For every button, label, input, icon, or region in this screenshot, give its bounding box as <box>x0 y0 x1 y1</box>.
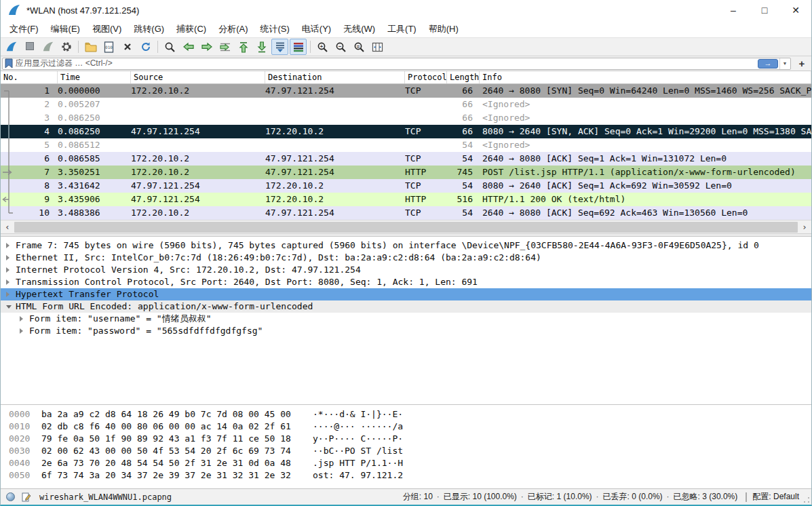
packet-row-7[interactable]: 73.350251172.20.10.247.97.121.254HTTP745… <box>1 166 811 179</box>
next-packet-button[interactable] <box>198 39 215 55</box>
menu-item-5[interactable]: 分析(A) <box>212 21 254 37</box>
previous-packet-button[interactable] <box>180 39 197 55</box>
packet-row-5[interactable]: 50.08651254<Ignored> <box>1 138 811 152</box>
cell-info: <Ignored> <box>480 98 811 111</box>
detail-line-0[interactable]: Frame 7: 745 bytes on wire (5960 bits), … <box>1 239 811 252</box>
hex-row-0040[interactable]: 00402e 6a 73 70 20 48 54 54 50 2f 31 2e … <box>1 457 811 469</box>
menu-item-8[interactable]: 无线(W) <box>337 21 381 37</box>
packet-row-8[interactable]: 83.43164247.97.121.254172.20.10.2TCP5480… <box>1 179 811 193</box>
hex-row-0010[interactable]: 001002 db c8 f6 40 00 80 06 00 00 ac 14 … <box>1 421 811 433</box>
packet-row-4[interactable]: 40.08625047.97.121.254172.20.10.2TCP6680… <box>1 125 811 138</box>
capture-filename: wireshark_WLAN4WWNU1.pcapng <box>39 492 172 502</box>
detail-line-3[interactable]: Transmission Control Protocol, Src Port:… <box>1 276 811 288</box>
chevron-right-icon[interactable] <box>20 328 26 334</box>
resize-columns-button[interactable] <box>369 39 386 55</box>
filter-apply-button[interactable]: → <box>758 59 778 69</box>
restart-capture-button[interactable] <box>39 39 56 55</box>
expert-info-icon[interactable] <box>6 492 15 501</box>
cell-source: 47.97.121.254 <box>131 193 265 206</box>
auto-scroll-button[interactable] <box>271 39 288 55</box>
menu-item-7[interactable]: 电话(Y) <box>296 21 337 37</box>
chevron-right-icon[interactable] <box>6 255 13 260</box>
hscroll-thumb[interactable] <box>14 222 798 233</box>
first-packet-button[interactable] <box>235 39 252 55</box>
minimize-button[interactable]: – <box>718 0 749 20</box>
detail-line-1[interactable]: Ethernet II, Src: IntelCor_b0:7c:7d (18:… <box>1 252 811 264</box>
close-file-button[interactable] <box>119 39 136 55</box>
capture-options-icon <box>60 41 73 53</box>
restart-capture-icon <box>42 41 54 53</box>
hscroll-right-arrow[interactable]: › <box>798 222 811 233</box>
stop-capture-button[interactable] <box>21 39 38 55</box>
menu-item-9[interactable]: 工具(T) <box>381 21 423 37</box>
filter-dropdown-button[interactable]: ▼ <box>779 58 790 69</box>
next-packet-icon <box>201 42 213 52</box>
goto-packet-button[interactable] <box>216 39 233 55</box>
colorize-button[interactable] <box>290 39 307 55</box>
cell-info: POST /list.jsp HTTP/1.1 (application/x-w… <box>480 166 811 179</box>
capture-options-button[interactable] <box>58 39 75 55</box>
packet-row-9[interactable]: 93.43590647.97.121.254172.20.10.2HTTP516… <box>1 193 811 206</box>
menu-item-10[interactable]: 帮助(H) <box>423 21 465 37</box>
hex-row-0000[interactable]: 0000ba 2a a9 c2 d8 64 18 26 49 b0 7c 7d … <box>1 408 811 421</box>
packet-row-3[interactable]: 30.08625066<Ignored> <box>1 111 811 125</box>
packet-row-10[interactable]: 103.488386172.20.10.247.97.121.254TCP542… <box>1 206 811 220</box>
detail-line-6[interactable]: Form item: "username" = "情绪员叔叔" <box>1 313 811 325</box>
resize-grip[interactable] <box>803 497 810 503</box>
detail-line-5[interactable]: HTML Form URL Encoded: application/x-www… <box>1 300 811 313</box>
last-packet-button[interactable] <box>253 39 270 55</box>
packet-list-hscrollbar[interactable]: ‹ › <box>1 220 811 233</box>
column-header-time[interactable]: Time <box>58 71 131 83</box>
zoom-in-button[interactable]: + <box>314 39 331 55</box>
hex-row-0020[interactable]: 002079 fe 0a 50 1f 90 89 92 43 a1 f3 7f … <box>1 433 811 445</box>
packet-row-6[interactable]: 60.086585172.20.10.247.97.121.254TCP5426… <box>1 152 811 166</box>
close-button[interactable]: ✕ <box>780 0 811 20</box>
chevron-right-icon[interactable] <box>6 243 13 248</box>
menu-item-1[interactable]: 编辑(E) <box>45 21 86 37</box>
menu-item-6[interactable]: 统计(S) <box>254 21 295 37</box>
column-header-length[interactable]: Length <box>447 71 480 83</box>
hex-row-0030[interactable]: 003002 00 62 43 00 00 50 4f 53 54 20 2f … <box>1 445 811 457</box>
chevron-right-icon[interactable] <box>6 279 13 285</box>
packet-row-2[interactable]: 20.00520766<Ignored> <box>1 98 811 111</box>
last-packet-icon <box>257 41 267 53</box>
menu-item-3[interactable]: 跳转(G) <box>128 21 170 37</box>
column-header-protocol[interactable]: Protocol <box>405 71 447 83</box>
column-header-no[interactable]: No. <box>1 71 58 83</box>
detail-line-4[interactable]: Hypertext Transfer Protocol <box>1 288 811 300</box>
menu-item-0[interactable]: 文件(F) <box>3 21 45 37</box>
zoom-out-button[interactable]: − <box>332 39 349 55</box>
detail-line-text: Form item: "username" = "情绪员叔叔" <box>29 313 212 325</box>
save-file-button[interactable]: 010 <box>100 39 117 55</box>
filter-add-button[interactable]: + <box>794 58 810 70</box>
menu-item-4[interactable]: 捕获(C) <box>170 21 212 37</box>
chevron-right-icon[interactable] <box>20 316 26 322</box>
cell-no: 8 <box>1 179 58 193</box>
column-header-source[interactable]: Source <box>131 71 265 83</box>
display-filter-input[interactable]: 应用显示过滤器 … <Ctrl-/> → ▼ <box>2 58 791 70</box>
maximize-button[interactable]: □ <box>749 0 780 20</box>
column-header-info[interactable]: Info <box>480 71 811 83</box>
zoom-reset-button[interactable]: = <box>351 39 368 55</box>
detail-line-7[interactable]: Form item: "password" = "565sdfdffdfgdfg… <box>1 325 811 337</box>
hex-row-0050[interactable]: 00506f 73 74 3a 20 34 37 2e 39 37 2e 31 … <box>1 469 811 482</box>
open-file-button[interactable] <box>82 39 99 55</box>
reload-file-button[interactable] <box>137 39 154 55</box>
related-packet-indicator <box>1 193 14 206</box>
cell-protocol <box>405 98 447 111</box>
start-capture-button[interactable] <box>3 39 20 55</box>
hscroll-left-arrow[interactable]: ‹ <box>1 222 14 233</box>
chevron-right-icon[interactable] <box>6 267 13 273</box>
hex-offset: 0010 <box>9 421 36 433</box>
capture-comment-icon[interactable] <box>22 492 31 502</box>
cell-info: 2640 → 8080 [ACK] Seq=1 Ack=1 Win=131072… <box>480 152 811 166</box>
chevron-right-icon[interactable] <box>6 292 13 297</box>
profile-selector[interactable]: 配置: Default <box>752 491 799 503</box>
column-header-destination[interactable]: Destination <box>265 71 405 83</box>
filter-bookmark-icon[interactable] <box>5 58 13 69</box>
find-packet-button[interactable] <box>161 39 178 55</box>
chevron-down-icon[interactable] <box>6 305 13 309</box>
menu-item-2[interactable]: 视图(V) <box>86 21 128 37</box>
packet-row-1[interactable]: 10.000000172.20.10.247.97.121.254TCP6626… <box>1 84 811 98</box>
detail-line-2[interactable]: Internet Protocol Version 4, Src: 172.20… <box>1 264 811 276</box>
